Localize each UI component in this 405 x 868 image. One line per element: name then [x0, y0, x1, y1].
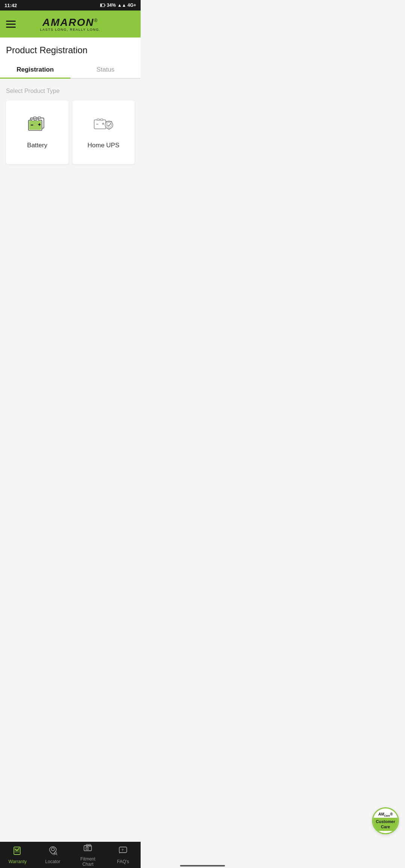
svg-rect-12	[39, 123, 40, 126]
page-title: Product Registration	[0, 37, 141, 61]
battery-status-icon	[100, 3, 105, 8]
battery-icon	[26, 115, 48, 136]
svg-rect-10	[31, 125, 33, 126]
svg-rect-18	[103, 123, 104, 125]
svg-rect-1	[100, 4, 102, 6]
svg-rect-8	[36, 119, 39, 121]
svg-rect-15	[100, 119, 103, 120]
svg-rect-13	[94, 120, 106, 129]
logo-tagline: LASTS LONG, REALLY LONG.	[40, 28, 101, 31]
tab-bar: Registration Status	[0, 61, 141, 79]
menu-button[interactable]	[6, 21, 16, 28]
svg-rect-2	[105, 5, 105, 6]
tab-indicator	[0, 78, 70, 79]
battery-label: Battery	[27, 142, 47, 149]
status-battery: 34%	[107, 3, 116, 8]
logo-text: AMARON®	[40, 16, 101, 28]
page-content: Product Registration Registration Status	[0, 37, 141, 79]
svg-rect-14	[97, 119, 99, 120]
svg-rect-16	[96, 124, 98, 124]
ups-label: Home UPS	[87, 142, 119, 149]
status-time: 11:42	[4, 3, 17, 8]
svg-rect-4	[34, 117, 36, 118]
status-signal: ▲▲ 4G+	[117, 3, 136, 8]
battery-card[interactable]: Battery	[6, 100, 69, 164]
tab-registration[interactable]: Registration	[0, 61, 70, 78]
ups-card[interactable]: Home UPS	[72, 100, 135, 164]
product-cards: Battery	[6, 100, 135, 164]
app-header: AMARON® LASTS LONG, REALLY LONG.	[0, 10, 141, 37]
section-label: Select Product Type	[6, 88, 135, 94]
svg-rect-5	[38, 117, 41, 118]
svg-rect-7	[32, 119, 34, 121]
status-right: 34% ▲▲ 4G+	[100, 3, 136, 8]
ups-icon	[92, 115, 115, 136]
main-area: Select Product Type	[0, 79, 141, 289]
logo: AMARON® LASTS LONG, REALLY LONG.	[40, 16, 101, 31]
tab-status[interactable]: Status	[70, 61, 141, 78]
status-bar: 11:42 34% ▲▲ 4G+	[0, 0, 141, 10]
